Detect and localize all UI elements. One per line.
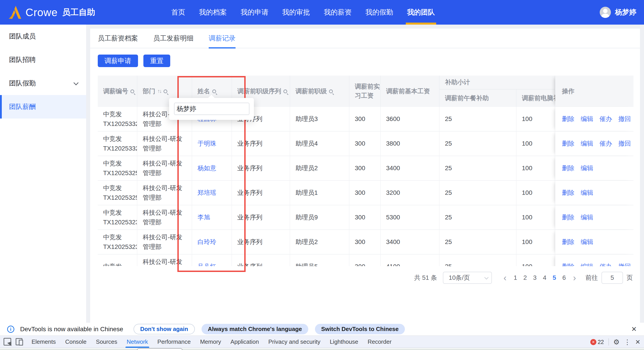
cell-name[interactable]: 白玲玲 — [192, 230, 232, 254]
action-link[interactable]: 删除 — [562, 114, 574, 124]
goto-page-input[interactable]: 5 — [602, 272, 623, 284]
table-row: 中竞发 TX12025332科技公司-研发管理部于明珠业务序列助理员430038… — [98, 132, 634, 156]
devtools-tab-lighthouse[interactable]: Lighthouse — [325, 336, 363, 348]
nav-item-2[interactable]: 我的档案 — [199, 0, 227, 24]
cell-intern: 300 — [350, 254, 381, 266]
tab-2[interactable]: 员工发薪明细 — [153, 28, 194, 48]
error-badge[interactable]: 22 — [590, 339, 604, 345]
page-size-select[interactable]: 10条/页 — [443, 272, 492, 284]
sidebar-item-3[interactable]: 团队假勤 — [0, 72, 86, 95]
column-header-base[interactable]: 调薪前基本工资 — [381, 76, 440, 107]
switch-to-chinese-button[interactable]: Switch DevTools to Chinese — [315, 324, 405, 334]
network-filter-input-partial[interactable] — [137, 348, 182, 350]
devtools-close-icon[interactable] — [635, 338, 640, 346]
page-1[interactable]: 1 — [514, 274, 517, 281]
name-filter-input[interactable]: 杨梦婷 — [174, 103, 250, 115]
column-header-id[interactable]: 调薪编号 — [98, 76, 137, 107]
devtools-tab-privacy-and-security[interactable]: Privacy and security — [264, 336, 325, 348]
cell-value: 科技公司-研发管理部 — [143, 158, 188, 178]
action-link[interactable]: 编辑 — [581, 114, 593, 124]
devtools-tab-recorder[interactable]: Recorder — [363, 336, 396, 348]
action-link[interactable]: 编辑 — [581, 188, 593, 198]
search-icon[interactable] — [284, 90, 287, 93]
sidebar-item-4[interactable]: 团队薪酬 — [0, 95, 86, 118]
devtools-tab-elements[interactable]: Elements — [27, 336, 60, 348]
cell-value: 业务序列 — [237, 212, 262, 222]
cell-name[interactable]: 于明珠 — [192, 132, 232, 156]
search-icon[interactable] — [164, 90, 167, 93]
column-header-level[interactable]: 调薪前职级 — [290, 76, 350, 107]
nav-item-4[interactable]: 我的审批 — [282, 0, 310, 24]
devtools-tab-network[interactable]: Network — [122, 336, 152, 348]
salary-adjust-apply-button[interactable]: 调薪申请 — [98, 54, 138, 67]
divider — [608, 338, 609, 346]
cell-value: 中竞发 TX12025325 — [103, 158, 137, 178]
more-options-icon[interactable] — [624, 338, 631, 346]
action-link[interactable]: 删除 — [562, 212, 574, 222]
nav-item-7[interactable]: 我的团队 — [407, 0, 435, 24]
reset-button[interactable]: 重置 — [144, 54, 170, 67]
user-menu[interactable]: 杨梦婷 — [600, 7, 636, 18]
column-header-lunch[interactable]: 调薪前午餐补助 — [440, 90, 516, 107]
action-link[interactable]: 编辑 — [581, 163, 593, 173]
cell-name[interactable]: 吕凡红 — [192, 254, 232, 266]
prev-page-icon[interactable]: ‹ — [504, 273, 506, 282]
match-language-button[interactable]: Always match Chrome's language — [202, 324, 308, 334]
search-icon[interactable] — [212, 90, 216, 93]
next-page-icon[interactable]: › — [573, 273, 576, 282]
inspect-element-icon[interactable] — [4, 338, 11, 346]
settings-gear-icon[interactable] — [613, 338, 620, 346]
action-link[interactable]: 编辑 — [581, 262, 593, 266]
device-toolbar-icon[interactable] — [16, 338, 22, 345]
devtools-tab-memory[interactable]: Memory — [195, 336, 226, 348]
action-link[interactable]: 撤回 — [618, 114, 631, 124]
action-link[interactable]: 编辑 — [581, 139, 593, 148]
page-6[interactable]: 6 — [562, 274, 566, 281]
cell-name[interactable]: 李旭 — [192, 205, 232, 230]
cell-base: 3800 — [381, 132, 440, 156]
cell-name[interactable]: 杨如意 — [192, 156, 232, 180]
sort-icon[interactable]: ↑↓ — [158, 88, 161, 95]
action-link[interactable]: 撤回 — [618, 262, 631, 266]
infobar-close-icon[interactable] — [631, 325, 637, 333]
nav-item-6[interactable]: 我的假勤 — [366, 0, 393, 24]
action-link[interactable]: 删除 — [562, 163, 574, 173]
action-link[interactable]: 删除 — [562, 262, 574, 266]
cell-name[interactable]: 郑培瑶 — [192, 181, 232, 205]
column-header-actions[interactable]: 操作 — [555, 76, 634, 107]
nav-item-3[interactable]: 我的申请 — [241, 0, 268, 24]
cell-intern: 300 — [350, 205, 381, 230]
nav-item-1[interactable]: 首页 — [171, 0, 185, 24]
cell-value: 助理员2 — [296, 163, 318, 173]
action-link[interactable]: 编辑 — [581, 212, 593, 222]
page-3[interactable]: 3 — [533, 274, 537, 281]
sidebar-item-1[interactable]: 团队成员 — [0, 24, 86, 48]
action-link[interactable]: 撤回 — [618, 139, 631, 148]
search-icon[interactable] — [130, 90, 134, 93]
action-link[interactable]: 催办 — [600, 139, 612, 148]
nav-item-5[interactable]: 我的薪资 — [324, 0, 352, 24]
action-link[interactable]: 删除 — [562, 139, 574, 148]
page-2[interactable]: 2 — [524, 274, 527, 281]
action-link[interactable]: 删除 — [562, 237, 574, 247]
action-link[interactable]: 催办 — [600, 114, 612, 124]
cell-value: 助理员5 — [296, 262, 318, 266]
devtools-tab-console[interactable]: Console — [60, 336, 91, 348]
action-link[interactable]: 编辑 — [581, 237, 593, 247]
cell-value: 25 — [445, 139, 452, 148]
search-icon[interactable] — [329, 90, 333, 93]
column-header-computer[interactable]: 调薪前电脑补助 — [516, 90, 555, 107]
page-4[interactable]: 4 — [543, 274, 546, 281]
sidebar-item-2[interactable]: 团队招聘 — [0, 48, 86, 72]
devtools-tab-sources[interactable]: Sources — [91, 336, 122, 348]
devtools-tab-application[interactable]: Application — [226, 336, 264, 348]
action-link[interactable]: 催办 — [600, 262, 612, 266]
tab-1[interactable]: 员工薪资档案 — [98, 28, 138, 48]
action-link[interactable]: 删除 — [562, 188, 574, 198]
page-5[interactable]: 5 — [553, 274, 556, 281]
devtools-tabstrip: ElementsConsoleSourcesNetworkPerformance… — [0, 336, 644, 348]
tab-3[interactable]: 调薪记录 — [209, 28, 236, 48]
dont-show-again-button[interactable]: Don't show again — [134, 324, 195, 334]
devtools-tab-performance[interactable]: Performance — [153, 336, 196, 348]
column-header-intern[interactable]: 调薪前实习工资 — [350, 76, 381, 107]
